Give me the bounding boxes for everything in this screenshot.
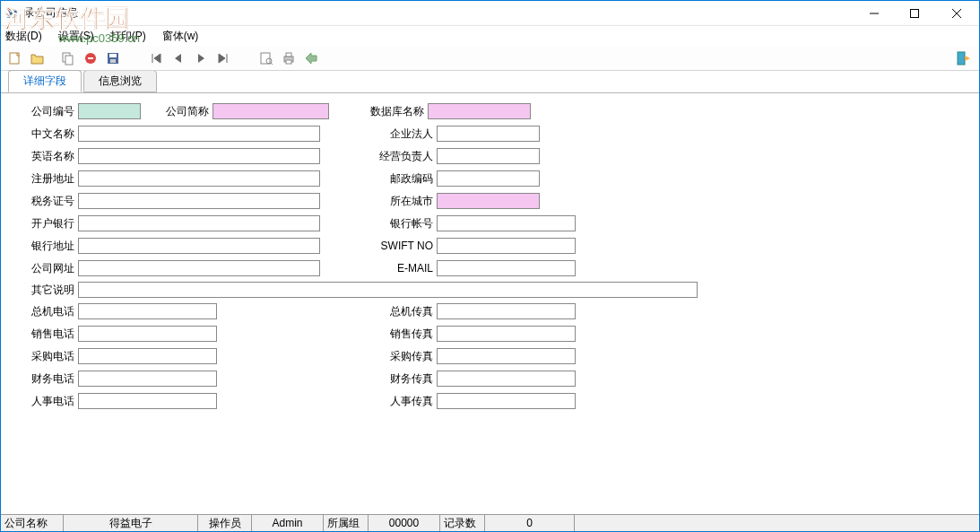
svg-rect-15 (286, 53, 291, 57)
label-manager: 经营负责人 (377, 149, 433, 164)
svg-rect-6 (65, 56, 73, 65)
tabbar: 详细字段 信息浏览 (1, 71, 979, 92)
form-area: 公司编号 公司简称 数据库名称 中文名称 企业法人 英语名称 经营负责人 注册地… (1, 92, 979, 514)
label-website: 公司网址 (19, 261, 74, 276)
input-manager[interactable] (437, 148, 540, 164)
input-legal-person[interactable] (437, 126, 540, 142)
next-icon[interactable] (191, 48, 211, 68)
label-postcode: 邮政编码 (377, 171, 433, 187)
status-record-value: 0 (485, 515, 575, 531)
tab-browse[interactable]: 信息浏览 (83, 70, 157, 92)
status-company-label: 公司名称 (1, 515, 64, 531)
label-cn-name: 中文名称 (19, 126, 74, 142)
app-icon (5, 6, 20, 21)
svg-rect-16 (286, 60, 291, 64)
svg-rect-17 (958, 52, 965, 65)
label-bank-account: 银行帐号 (377, 216, 433, 231)
status-operator-label: 操作员 (198, 515, 252, 531)
label-db-name: 数据库名称 (360, 104, 424, 119)
input-purchase-fax[interactable] (437, 348, 576, 364)
input-email[interactable] (437, 260, 576, 276)
label-swift: SWIFT NO (377, 240, 433, 252)
save-icon[interactable] (103, 48, 123, 68)
titlebar: 录公司信息 (1, 1, 979, 26)
input-postcode[interactable] (437, 170, 540, 187)
menu-settings[interactable]: 设置(S) (58, 29, 94, 44)
svg-rect-9 (109, 54, 117, 57)
status-group-value: 00000 (369, 515, 440, 531)
copy-icon[interactable] (58, 48, 78, 68)
input-website[interactable] (78, 260, 320, 276)
menu-print[interactable]: 打印(P) (110, 29, 146, 44)
svg-rect-10 (110, 59, 116, 63)
last-icon[interactable] (213, 48, 233, 68)
menubar: 数据(D) 设置(S) 打印(P) 窗体(w) (1, 26, 979, 46)
label-main-tel: 总机电话 (19, 304, 74, 319)
first-icon[interactable] (146, 48, 166, 68)
input-sales-fax[interactable] (437, 326, 576, 342)
menu-data[interactable]: 数据(D) (5, 29, 42, 44)
toolbar (1, 46, 979, 71)
label-sales-tel: 销售电话 (19, 327, 74, 342)
input-purchase-tel[interactable] (78, 348, 217, 364)
menu-window[interactable]: 窗体(w) (162, 29, 199, 44)
label-hr-tel: 人事电话 (19, 394, 74, 409)
exit-icon[interactable] (954, 48, 974, 68)
prev-icon[interactable] (169, 48, 188, 68)
input-bank-addr[interactable] (78, 238, 320, 254)
input-tax-no[interactable] (78, 193, 320, 209)
close-button[interactable] (934, 1, 979, 25)
input-swift[interactable] (437, 238, 576, 254)
input-reg-addr[interactable] (78, 170, 320, 187)
label-en-name: 英语名称 (19, 149, 74, 164)
input-main-fax[interactable] (437, 303, 576, 319)
maximize-button[interactable] (894, 1, 934, 25)
minimize-button[interactable] (854, 1, 894, 25)
label-email: E-MAIL (377, 262, 433, 275)
input-company-no[interactable] (78, 103, 141, 119)
input-finance-tel[interactable] (78, 371, 217, 387)
status-record-label: 记录数 (440, 515, 485, 531)
label-tax-no: 税务证号 (19, 194, 74, 209)
svg-line-13 (271, 63, 273, 65)
label-finance-fax: 财务传真 (377, 371, 433, 387)
input-hr-tel[interactable] (78, 393, 217, 409)
input-sales-tel[interactable] (78, 326, 217, 342)
label-purchase-fax: 采购传真 (377, 349, 433, 364)
new-icon[interactable] (5, 48, 25, 68)
label-hr-fax: 人事传真 (377, 394, 433, 409)
input-db-name[interactable] (428, 103, 531, 119)
input-hr-fax[interactable] (437, 393, 576, 409)
input-en-name[interactable] (78, 148, 320, 164)
label-legal-person: 企业法人 (377, 126, 433, 142)
label-city: 所在城市 (377, 194, 433, 209)
status-company-value: 得益电子 (64, 515, 198, 531)
input-bank-account[interactable] (437, 215, 576, 231)
export-icon[interactable] (301, 48, 321, 68)
label-finance-tel: 财务电话 (19, 371, 74, 387)
label-bank: 开户银行 (19, 216, 74, 231)
status-group-label: 所属组 (324, 515, 369, 531)
input-cn-name[interactable] (78, 126, 320, 142)
input-company-short[interactable] (212, 103, 329, 119)
tab-detail[interactable]: 详细字段 (8, 70, 82, 92)
label-main-fax: 总机传真 (377, 304, 433, 319)
preview-icon[interactable] (256, 48, 276, 68)
input-city[interactable] (437, 193, 540, 209)
print-icon[interactable] (279, 48, 299, 68)
label-company-short: 公司简称 (153, 104, 209, 119)
cancel-icon[interactable] (81, 48, 100, 68)
open-icon[interactable] (28, 48, 48, 68)
label-reg-addr: 注册地址 (19, 171, 74, 187)
label-bank-addr: 银行地址 (19, 239, 74, 254)
input-finance-fax[interactable] (437, 371, 576, 387)
window-title: 录公司信息 (24, 5, 854, 21)
input-other[interactable] (78, 282, 698, 298)
statusbar: 公司名称 得益电子 操作员 Admin 所属组 00000 记录数 0 (1, 514, 979, 531)
label-company-no: 公司编号 (19, 104, 74, 119)
label-sales-fax: 销售传真 (377, 327, 433, 342)
input-bank[interactable] (78, 215, 320, 231)
input-main-tel[interactable] (78, 303, 217, 319)
status-operator-value: Admin (252, 515, 324, 531)
label-purchase-tel: 采购电话 (19, 349, 74, 364)
